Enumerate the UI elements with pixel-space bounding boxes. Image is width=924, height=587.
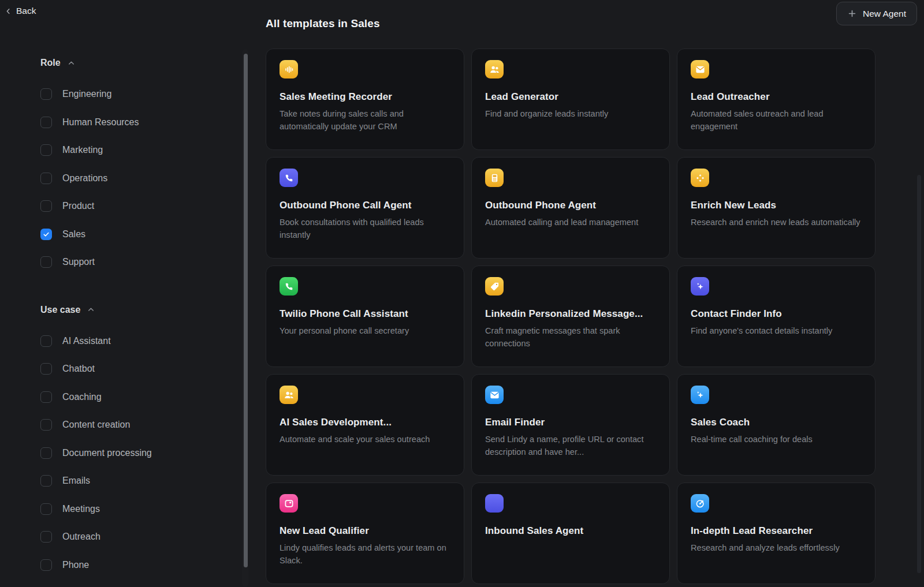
checkbox[interactable] bbox=[40, 559, 52, 571]
checkbox[interactable] bbox=[40, 447, 52, 459]
template-card[interactable]: Email FinderSend Lindy a name, profile U… bbox=[471, 374, 670, 476]
card-title: Outbound Phone Agent bbox=[485, 200, 656, 211]
filter-label: Phone bbox=[62, 560, 89, 570]
template-card[interactable]: In-depth Lead ResearcherResearch and ana… bbox=[677, 483, 875, 584]
filter-row-role-2[interactable]: Marketing bbox=[40, 136, 234, 164]
filter-label: Outreach bbox=[62, 532, 100, 542]
filter-row-use-case-1[interactable]: Chatbot bbox=[40, 355, 234, 383]
use-case-section-header[interactable]: Use case bbox=[40, 304, 234, 316]
template-card[interactable]: Contact Finder InfoFind anyone's contact… bbox=[677, 266, 875, 367]
filter-label: Human Resources bbox=[62, 117, 139, 128]
filter-row-role-0[interactable]: Engineering bbox=[40, 80, 234, 109]
filter-sidebar: Role EngineeringHuman ResourcesMarketing… bbox=[40, 57, 234, 579]
filter-label: Emails bbox=[62, 476, 90, 486]
filter-row-role-5[interactable]: Sales bbox=[40, 220, 234, 249]
phone-icon bbox=[280, 169, 298, 187]
template-card[interactable]: Lead OutreacherAutomated sales outreach … bbox=[677, 48, 875, 150]
filter-label: Operations bbox=[62, 173, 107, 184]
filter-label: Sales bbox=[62, 229, 85, 240]
card-description: Your personal phone call secretary bbox=[280, 324, 450, 337]
filter-row-use-case-7[interactable]: Outreach bbox=[40, 523, 234, 551]
new-agent-button[interactable]: New Agent bbox=[836, 2, 917, 25]
templates-grid: Sales Meeting RecorderTake notes during … bbox=[266, 48, 875, 584]
filter-row-role-4[interactable]: Product bbox=[40, 192, 234, 220]
checkbox[interactable] bbox=[40, 363, 52, 375]
card-title: Twilio Phone Call Assistant bbox=[280, 308, 450, 320]
filter-row-use-case-5[interactable]: Emails bbox=[40, 467, 234, 495]
template-card[interactable]: Lead GeneratorFind and organize leads in… bbox=[471, 48, 670, 150]
template-card[interactable]: Enrich New LeadsResearch and enrich new … bbox=[677, 157, 875, 259]
sparkles-icon bbox=[691, 277, 709, 296]
chevron-up-icon bbox=[87, 305, 95, 314]
card-title: Sales Meeting Recorder bbox=[280, 91, 450, 103]
card-description: Craft magnetic messages that spark conne… bbox=[485, 324, 656, 350]
template-card[interactable]: Linkedin Personalized Message...Craft ma… bbox=[471, 266, 670, 367]
filter-label: Product bbox=[62, 201, 94, 211]
checkbox[interactable] bbox=[40, 503, 52, 515]
target-arrow-icon bbox=[691, 494, 709, 513]
template-card[interactable]: Twilio Phone Call AssistantYour personal… bbox=[266, 266, 464, 367]
filter-row-use-case-8[interactable]: Phone bbox=[40, 551, 234, 579]
card-title: Enrich New Leads bbox=[691, 200, 862, 211]
checkbox[interactable] bbox=[40, 335, 52, 347]
sparkles-icon bbox=[691, 386, 709, 404]
filter-label: Marketing bbox=[62, 145, 103, 155]
card-description: Research and analyze leads effortlessly bbox=[691, 541, 862, 554]
checkbox[interactable] bbox=[40, 173, 52, 184]
filter-label: Content creation bbox=[62, 420, 130, 430]
filter-label: AI Assistant bbox=[62, 336, 111, 346]
page-title: All templates in Sales bbox=[266, 17, 380, 30]
role-section-header[interactable]: Role bbox=[40, 57, 234, 69]
checkbox[interactable] bbox=[40, 391, 52, 403]
card-title: Inbound Sales Agent bbox=[485, 525, 656, 537]
checkbox[interactable] bbox=[40, 475, 52, 487]
sidebar-scrollbar-thumb[interactable] bbox=[244, 54, 248, 567]
filter-row-role-6[interactable]: Support bbox=[40, 248, 234, 276]
card-title: New Lead Qualifier bbox=[280, 525, 450, 537]
chevron-up-icon bbox=[67, 59, 76, 68]
people-icon bbox=[280, 386, 298, 404]
template-card[interactable]: Inbound Sales Agent bbox=[471, 483, 670, 584]
card-description: Send Lindy a name, profile URL or contac… bbox=[485, 433, 656, 458]
envelope-icon bbox=[485, 386, 504, 404]
card-description: Research and enrich new leads automatica… bbox=[691, 216, 862, 229]
calculator-icon bbox=[485, 169, 504, 187]
template-card[interactable]: Outbound Phone AgentAutomated calling an… bbox=[471, 157, 670, 259]
template-card[interactable]: Sales Meeting RecorderTake notes during … bbox=[266, 48, 464, 150]
filter-row-use-case-3[interactable]: Content creation bbox=[40, 411, 234, 439]
filter-label: Chatbot bbox=[62, 364, 95, 374]
filter-row-use-case-0[interactable]: AI Assistant bbox=[40, 327, 234, 356]
section-gap bbox=[40, 276, 234, 304]
template-card[interactable]: AI Sales Development...Automate and scal… bbox=[266, 374, 464, 476]
filter-row-role-1[interactable]: Human Resources bbox=[40, 109, 234, 137]
checkbox[interactable] bbox=[40, 117, 52, 128]
page-scrollbar-thumb[interactable] bbox=[917, 175, 921, 573]
filter-row-use-case-6[interactable]: Meetings bbox=[40, 495, 234, 524]
card-title: Lead Generator bbox=[485, 91, 656, 103]
card-title: Email Finder bbox=[485, 417, 656, 428]
plus-icon bbox=[847, 9, 857, 18]
use-case-section-label: Use case bbox=[40, 305, 80, 315]
checkbox[interactable] bbox=[40, 256, 52, 268]
card-title: Outbound Phone Call Agent bbox=[280, 200, 450, 211]
checkbox[interactable] bbox=[40, 88, 52, 100]
filter-row-use-case-2[interactable]: Coaching bbox=[40, 383, 234, 412]
card-description: Find and organize leads instantly bbox=[485, 107, 656, 120]
checkbox[interactable] bbox=[40, 419, 52, 431]
card-description: Find anyone's contact details instantly bbox=[691, 324, 862, 337]
template-card[interactable]: New Lead QualifierLindy qualifies leads … bbox=[266, 483, 464, 584]
card-title: AI Sales Development... bbox=[280, 417, 450, 428]
checkbox[interactable] bbox=[40, 531, 52, 543]
template-card[interactable]: Outbound Phone Call AgentBook consultati… bbox=[266, 157, 464, 259]
filter-row-use-case-4[interactable]: Document processing bbox=[40, 439, 234, 468]
waveform-icon bbox=[280, 60, 298, 78]
back-button[interactable]: Back bbox=[5, 6, 36, 16]
checkbox[interactable] bbox=[40, 144, 52, 156]
chevron-left-icon bbox=[5, 8, 12, 15]
card-title: Sales Coach bbox=[691, 417, 862, 428]
card-title: In-depth Lead Researcher bbox=[691, 525, 862, 537]
checkbox-checked[interactable] bbox=[40, 229, 52, 240]
checkbox[interactable] bbox=[40, 200, 52, 212]
filter-row-role-3[interactable]: Operations bbox=[40, 164, 234, 193]
template-card[interactable]: Sales CoachReal-time call coaching for d… bbox=[677, 374, 875, 476]
